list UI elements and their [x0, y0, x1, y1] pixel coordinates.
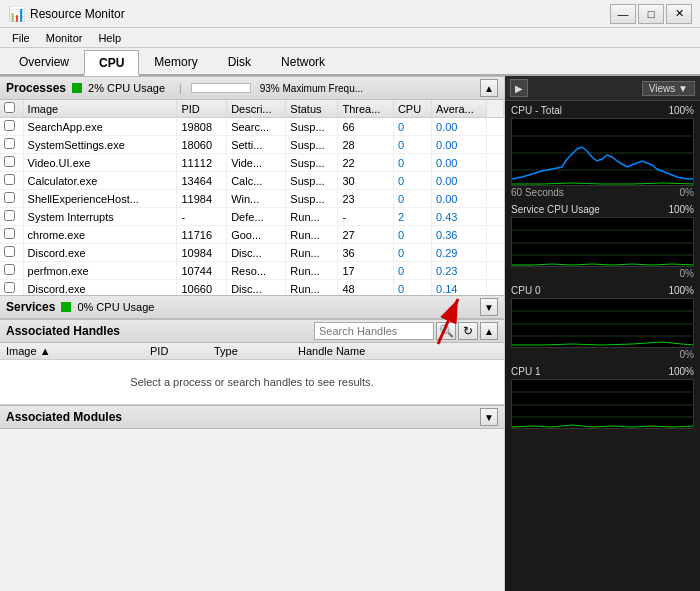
row-checkbox-cell[interactable] [0, 136, 23, 154]
row-cpu: 0 [393, 262, 431, 280]
row-cpu: 2 [393, 208, 431, 226]
modules-header[interactable]: Associated Modules ▼ [0, 405, 504, 429]
search-button[interactable]: 🔍 [436, 322, 456, 340]
services-section: Services 0% CPU Usage ▼ [0, 295, 504, 319]
table-row[interactable]: SearchApp.exe 19808 Searc... Susp... 66 … [0, 118, 504, 136]
search-handles-input[interactable] [314, 322, 434, 340]
row-checkbox-cell[interactable] [0, 208, 23, 226]
row-status: Run... [286, 280, 338, 296]
handles-col-type[interactable]: Type [214, 345, 294, 357]
col-cpu-header[interactable]: CPU [393, 100, 431, 118]
row-checkbox-cell[interactable] [0, 118, 23, 136]
row-avg: 0.36 [432, 226, 487, 244]
menu-bar: File Monitor Help [0, 28, 700, 48]
services-toggle[interactable]: ▼ [480, 298, 498, 316]
row-desc: Win... [227, 190, 286, 208]
col-threads-header[interactable]: Threa... [338, 100, 394, 118]
handles-col-pid[interactable]: PID [150, 345, 210, 357]
handles-col-handle[interactable]: Handle Name [298, 345, 498, 357]
row-threads: 48 [338, 280, 394, 296]
services-header[interactable]: Services 0% CPU Usage ▼ [0, 295, 504, 319]
col-desc-header[interactable]: Descri... [227, 100, 286, 118]
cpu-total-graph [511, 118, 694, 186]
row-threads: 28 [338, 136, 394, 154]
modules-section: Associated Modules ▼ [0, 404, 504, 429]
col-image-header[interactable]: Image [23, 100, 177, 118]
menu-file[interactable]: File [4, 30, 38, 46]
refresh-button[interactable]: ↻ [458, 322, 478, 340]
tab-cpu[interactable]: CPU [84, 50, 139, 76]
processes-toggle[interactable]: ▲ [480, 79, 498, 97]
tab-overview[interactable]: Overview [4, 48, 84, 74]
row-checkbox-cell[interactable] [0, 280, 23, 296]
services-status-dot [61, 302, 71, 312]
row-avg: 0.00 [432, 172, 487, 190]
tab-bar: Overview CPU Memory Disk Network [0, 48, 700, 76]
row-status: Run... [286, 208, 338, 226]
close-button[interactable]: ✕ [666, 4, 692, 24]
service-cpu-bottom: 0% [511, 268, 694, 279]
processes-title: Processes [6, 81, 66, 95]
row-pid: - [177, 208, 227, 226]
right-panel-header: ▶ Views ▼ [505, 76, 700, 101]
cpu0-graph-section: CPU 0 100% 0% [505, 281, 700, 362]
processes-table-area: Image PID Descri... Status Threa... CPU … [0, 100, 504, 295]
col-avg-header[interactable]: Avera... [432, 100, 487, 118]
processes-scroll[interactable]: Image PID Descri... Status Threa... CPU … [0, 100, 504, 295]
table-row[interactable]: SystemSettings.exe 18060 Setti... Susp..… [0, 136, 504, 154]
row-threads: - [338, 208, 394, 226]
row-avg: 0.23 [432, 262, 487, 280]
modules-toggle[interactable]: ▼ [480, 408, 498, 426]
table-row[interactable]: Discord.exe 10984 Disc... Run... 36 0 0.… [0, 244, 504, 262]
processes-table: Image PID Descri... Status Threa... CPU … [0, 100, 504, 295]
window-controls: — □ ✕ [610, 4, 692, 24]
col-check[interactable] [0, 100, 23, 118]
menu-help[interactable]: Help [90, 30, 129, 46]
table-row[interactable]: chrome.exe 11716 Goo... Run... 27 0 0.36 [0, 226, 504, 244]
maximize-button[interactable]: □ [638, 4, 664, 24]
row-checkbox-cell[interactable] [0, 226, 23, 244]
minimize-button[interactable]: — [610, 4, 636, 24]
app-title: Resource Monitor [30, 7, 610, 21]
right-panel: ▶ Views ▼ CPU - Total 100% [505, 76, 700, 591]
expand-button[interactable]: ▶ [510, 79, 528, 97]
tab-network[interactable]: Network [266, 48, 340, 74]
row-checkbox-cell[interactable] [0, 190, 23, 208]
handles-toggle[interactable]: ▲ [480, 322, 498, 340]
col-status-header[interactable]: Status [286, 100, 338, 118]
table-row[interactable]: Discord.exe 10660 Disc... Run... 48 0 0.… [0, 280, 504, 296]
row-cpu: 0 [393, 136, 431, 154]
modules-title: Associated Modules [6, 410, 122, 424]
col-pid-header[interactable]: PID [177, 100, 227, 118]
row-checkbox-cell[interactable] [0, 154, 23, 172]
row-cpu: 0 [393, 280, 431, 296]
table-row[interactable]: Calculator.exe 13464 Calc... Susp... 30 … [0, 172, 504, 190]
row-checkbox-cell[interactable] [0, 262, 23, 280]
table-row[interactable]: perfmon.exe 10744 Reso... Run... 17 0 0.… [0, 262, 504, 280]
row-status: Susp... [286, 172, 338, 190]
row-threads: 23 [338, 190, 394, 208]
row-avg: 0.00 [432, 136, 487, 154]
tab-memory[interactable]: Memory [139, 48, 212, 74]
tab-disk[interactable]: Disk [213, 48, 266, 74]
left-panel: Processes 2% CPU Usage | 93% Maximum Fre… [0, 76, 505, 591]
table-row[interactable]: ShellExperienceHost... 11984 Win... Susp… [0, 190, 504, 208]
handles-col-image[interactable]: Image ▲ [6, 345, 146, 357]
row-desc: Disc... [227, 280, 286, 296]
row-cpu: 0 [393, 190, 431, 208]
row-image: Discord.exe [23, 280, 177, 296]
row-cpu: 0 [393, 118, 431, 136]
row-checkbox-cell[interactable] [0, 172, 23, 190]
table-row[interactable]: System Interrupts - Defe... Run... - 2 0… [0, 208, 504, 226]
views-button[interactable]: Views ▼ [642, 81, 695, 96]
menu-monitor[interactable]: Monitor [38, 30, 91, 46]
row-checkbox-cell[interactable] [0, 244, 23, 262]
handles-header[interactable]: Associated Handles 🔍 ↻ ▲ [0, 319, 504, 343]
row-threads: 27 [338, 226, 394, 244]
processes-header[interactable]: Processes 2% CPU Usage | 93% Maximum Fre… [0, 76, 504, 100]
row-image: chrome.exe [23, 226, 177, 244]
handles-empty-message: Select a process or search handles to se… [0, 360, 504, 404]
table-row[interactable]: Video.UI.exe 11112 Vide... Susp... 22 0 … [0, 154, 504, 172]
row-status: Susp... [286, 118, 338, 136]
graphs-scroll[interactable]: CPU - Total 100% 6 [505, 101, 700, 591]
